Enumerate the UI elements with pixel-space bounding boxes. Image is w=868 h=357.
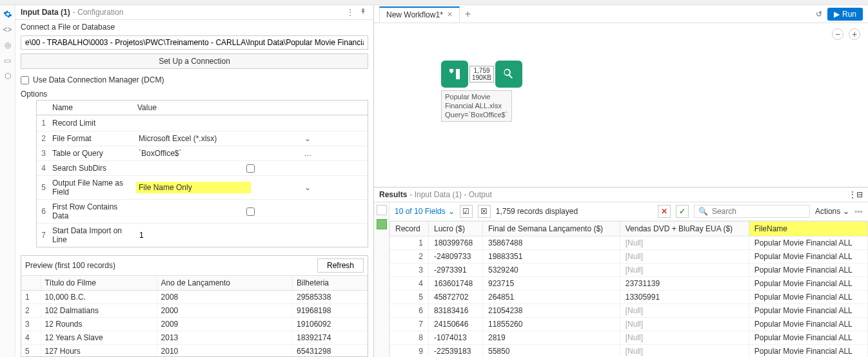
zoom-out-button[interactable]: −	[832, 28, 843, 40]
options-col-name: Name	[48, 101, 133, 115]
config-subtitle: - Configuration	[73, 8, 124, 17]
play-icon: ▶	[834, 10, 840, 19]
results-row[interactable]: 9-2253918355850[Null]Popular Movie Finan…	[390, 345, 868, 358]
results-col-header[interactable]: Vendas DVD + BluRay EUA ($)	[620, 222, 749, 236]
workflow-canvas[interactable]: − + 1,759 190KB Popular Movie Financ	[374, 23, 868, 187]
option-name: First Row Contains Data	[48, 200, 133, 223]
results-row[interactable]: 8-10740132819[Null]Popular Movie Financi…	[390, 331, 868, 345]
filter-check-icon[interactable]: ☑	[460, 205, 473, 218]
book-icon[interactable]: ▭	[3, 55, 13, 66]
option-row: 1Record Limit	[37, 115, 368, 131]
run-button[interactable]: ▶ Run	[827, 8, 863, 21]
option-text-input[interactable]	[136, 229, 365, 242]
connect-label: Connect a File or Database	[15, 20, 373, 34]
option-checkbox[interactable]	[246, 164, 255, 173]
fields-dropdown[interactable]: 10 of 10 Fields ⌄	[395, 207, 455, 216]
option-name: Search SubDirs	[48, 161, 133, 175]
results-col-header[interactable]: Lucro ($)	[429, 222, 483, 236]
overflow-icon[interactable]: ◦◦◦	[854, 207, 863, 216]
search-input[interactable]	[712, 207, 805, 216]
accept-button[interactable]: ✓	[676, 205, 689, 218]
connector-badge: 1,759 190KB	[469, 66, 494, 82]
option-value[interactable]: Microsoft Excel (*.xlsx)⌄	[133, 131, 368, 146]
browse-tool-icon[interactable]	[495, 61, 522, 88]
option-value[interactable]: File Name Only⌄	[133, 180, 368, 195]
options-table: Name Value 1Record Limit2File FormatMicr…	[36, 100, 368, 247]
results-title: Results	[379, 190, 407, 199]
preview-col-header[interactable]: Ano de Lançamento	[157, 276, 292, 291]
close-tab-icon[interactable]: ✕	[447, 10, 453, 19]
option-row: 7Start Data Import on Line	[37, 224, 368, 247]
setup-connection-button[interactable]: Set Up a Connection	[21, 53, 368, 69]
preview-col-header[interactable]	[21, 276, 41, 291]
results-subtitle: - Input Data (1) - Output	[409, 190, 491, 199]
results-col-header[interactable]: FileName	[749, 222, 867, 236]
tab-label: New Workflow1*	[386, 10, 443, 19]
preview-label: Preview (first 100 records)	[25, 261, 115, 270]
results-row[interactable]: 416360174892371523731139Popular Movie Fi…	[390, 277, 868, 291]
records-label: 1,759 records displayed	[496, 207, 578, 216]
option-row: 4Search SubDirs	[37, 161, 368, 176]
dcm-checkbox[interactable]	[21, 76, 29, 84]
history-icon[interactable]: ↺	[816, 10, 822, 19]
option-value[interactable]	[133, 206, 368, 217]
results-col-header[interactable]: Record	[390, 222, 429, 236]
option-name: Start Data Import on Line	[48, 224, 133, 247]
option-name: Record Limit	[48, 116, 133, 130]
preview-col-header[interactable]: Título do Filme	[41, 276, 157, 291]
actions-dropdown[interactable]: Actions ⌄	[815, 207, 849, 216]
option-value[interactable]	[133, 163, 368, 174]
option-text-input[interactable]	[136, 117, 365, 130]
results-view-table-icon[interactable]	[377, 205, 387, 215]
results-table: RecordLucro ($)Final de Semana Lançament…	[390, 221, 868, 357]
chevron-down-icon: ⌄	[448, 207, 455, 216]
refresh-button[interactable]: Refresh	[317, 258, 364, 273]
input-data-tool-icon[interactable]	[441, 61, 468, 88]
code-icon[interactable]: <>	[3, 24, 13, 35]
option-value[interactable]: `BoxOffice$`…	[133, 146, 368, 160]
option-checkbox[interactable]	[246, 207, 255, 216]
reject-button[interactable]: ✕	[658, 205, 671, 218]
search-icon: 🔍	[698, 207, 708, 216]
zoom-in-button[interactable]: +	[849, 28, 860, 40]
dcm-label: Use Data Connection Manager (DCM)	[33, 75, 164, 84]
results-row[interactable]: 54587270226485113305991Popular Movie Fin…	[390, 291, 868, 304]
results-col-header[interactable]: Final de Semana Lançamento ($)	[483, 222, 620, 236]
results-row[interactable]: 72415064611855260[Null]Popular Movie Fin…	[390, 318, 868, 331]
option-name: Table or Query	[48, 146, 133, 160]
results-more-icon[interactable]: ⋮	[849, 190, 856, 199]
preview-row[interactable]: 5127 Hours201065431298	[21, 345, 368, 357]
option-value[interactable]	[133, 115, 368, 131]
gear-icon[interactable]	[3, 9, 13, 19]
more-icon[interactable]: ⋮	[346, 8, 355, 17]
option-row: 5Output File Name as FieldFile Name Only…	[37, 176, 368, 200]
results-row[interactable]: 3-29733915329240[Null]Popular Movie Fina…	[390, 264, 868, 277]
target-icon[interactable]: ◎	[3, 40, 13, 50]
preview-table: Título do FilmeAno de LançamentoBilheter…	[21, 276, 368, 356]
preview-row[interactable]: 312 Rounds200919106092	[21, 318, 368, 331]
chevron-down-icon[interactable]: ⌄	[251, 182, 366, 193]
preview-col-header[interactable]: Bilheteria	[292, 276, 367, 291]
workflow-tab[interactable]: New Workflow1* ✕	[379, 6, 460, 22]
option-value[interactable]	[133, 227, 368, 243]
option-row: 6First Row Contains Data	[37, 200, 368, 224]
pin-icon[interactable]	[359, 8, 368, 17]
filter-box-icon[interactable]: ☒	[478, 205, 491, 218]
results-row[interactable]: 68318341621054238[Null]Popular Movie Fin…	[390, 304, 868, 318]
options-col-value: Value	[133, 101, 368, 115]
preview-row[interactable]: 2102 Dalmatians200091968198	[21, 304, 368, 318]
add-tab-button[interactable]: +	[460, 7, 476, 21]
search-box[interactable]: 🔍	[694, 205, 810, 218]
results-row[interactable]: 118039976835867488[Null]Popular Movie Fi…	[390, 236, 868, 250]
preview-row[interactable]: 412 Years A Slave201318392174	[21, 331, 368, 345]
results-row[interactable]: 2-2480973319883351[Null]Popular Movie Fi…	[390, 250, 868, 264]
browse-icon[interactable]: …	[251, 148, 366, 159]
chevron-down-icon[interactable]: ⌄	[251, 133, 366, 144]
option-name: Output File Name as Field	[48, 176, 133, 199]
file-path-input[interactable]	[21, 35, 368, 50]
results-view-data-icon[interactable]	[377, 219, 387, 229]
hex-icon[interactable]: ⬡	[3, 71, 13, 81]
results-collapse-icon[interactable]: ⊟	[856, 190, 863, 199]
preview-row[interactable]: 110,000 B.C.200829585338	[21, 291, 368, 304]
run-label: Run	[842, 10, 856, 19]
